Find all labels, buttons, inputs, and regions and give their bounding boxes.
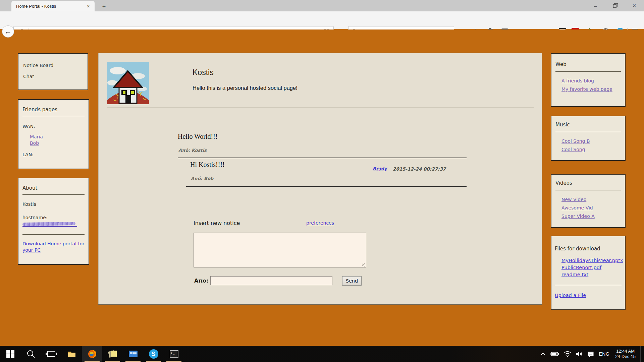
music-link-cool-song[interactable]: Cool Song xyxy=(561,147,585,152)
notice-textarea[interactable] xyxy=(194,233,366,267)
web-panel-title: Web xyxy=(555,61,621,67)
videos-panel-title: Videos xyxy=(555,180,621,186)
preferences-link[interactable]: preferences xyxy=(306,220,334,226)
file-explorer-button[interactable] xyxy=(61,346,82,362)
folder-icon xyxy=(67,350,76,358)
contact-card-app-button[interactable] xyxy=(123,346,143,362)
sidebar-item-chat[interactable]: Chat xyxy=(23,74,83,79)
close-button[interactable]: × xyxy=(625,0,644,11)
reply-title: Hi Kostis!!!! xyxy=(190,161,225,169)
reply-author: Από: Bob xyxy=(191,176,213,181)
browser-tab[interactable]: Home Portal - Kostis × xyxy=(11,1,95,11)
tray-chevron-icon[interactable] xyxy=(538,346,548,362)
sticky-notes-icon xyxy=(109,350,117,358)
browser-navbar: ← 192.168.1.6:800/index.php ↻ ☆ ∨ ↓ xyxy=(0,11,644,29)
video-link-awesome-vid[interactable]: Awesome Vid xyxy=(561,205,593,210)
from-input[interactable] xyxy=(210,276,332,285)
file-link-pptx[interactable]: MyHollidaysThisYear.pptx xyxy=(561,258,623,263)
video-link-super-video-a[interactable]: Super Video A xyxy=(561,214,595,219)
video-link-new-video[interactable]: New Video xyxy=(561,197,586,202)
task-view-button[interactable] xyxy=(41,346,61,362)
page-tagline: Hello this is a personal hosted social p… xyxy=(193,85,298,91)
hostname-redacted-link[interactable] xyxy=(22,222,75,226)
search-icon xyxy=(26,350,35,358)
download-portal-link[interactable]: Download Home portal for your PC xyxy=(22,241,85,253)
notice-nav-panel: Notice Board Chat xyxy=(18,53,88,90)
friend-link-maria[interactable]: Maria xyxy=(30,134,43,139)
divider xyxy=(22,194,85,195)
battery-icon[interactable] xyxy=(548,346,561,362)
upload-file-link[interactable]: Upload a File xyxy=(555,293,586,298)
music-panel-title: Music xyxy=(555,122,621,128)
back-button[interactable]: ← xyxy=(2,25,14,38)
divider xyxy=(555,190,621,190)
task-view-icon xyxy=(47,351,55,357)
post-title: Hello World!!! xyxy=(178,133,218,140)
show-desktop-button[interactable] xyxy=(640,346,642,362)
skype-glyph: S xyxy=(151,351,155,358)
files-download-panel: Files for download MyHollidaysThisYear.p… xyxy=(551,236,626,310)
web-links-panel: Web A friends blog My favorite web page xyxy=(551,53,626,107)
browser-titlebar: Home Portal - Kostis × + – × xyxy=(0,0,644,11)
wifi-icon[interactable] xyxy=(561,346,574,362)
reply-link[interactable]: Reply xyxy=(373,166,387,171)
friend-link-bob[interactable]: Bob xyxy=(30,140,39,146)
web-link-favorite-page[interactable]: My favorite web page xyxy=(561,86,612,92)
skype-taskbar-button[interactable]: S xyxy=(143,346,164,362)
from-field-label: Απο: xyxy=(194,278,208,284)
hostname-label: hostname: xyxy=(22,215,85,220)
restore-button[interactable] xyxy=(605,0,625,11)
insert-notice-label: Insert new notice xyxy=(194,220,240,226)
divider xyxy=(555,285,622,285)
sidebar-item-notice-board[interactable]: Notice Board xyxy=(23,63,83,68)
firefox-taskbar-button[interactable] xyxy=(82,346,102,362)
minimize-button[interactable]: – xyxy=(586,0,605,11)
sticky-notes-button[interactable] xyxy=(102,346,123,362)
clock-time: 12:44 AM xyxy=(616,349,635,354)
divider xyxy=(22,234,85,235)
clock[interactable]: 12:44 AM 24-Dec-15 xyxy=(612,346,639,362)
post-author: Από: Kostis xyxy=(178,148,207,153)
windows-taskbar: S >_ xyxy=(0,346,644,362)
file-link-pdf[interactable]: PublicReport.pdf xyxy=(561,265,601,270)
file-link-readme[interactable]: readme.txt xyxy=(561,272,588,277)
tab-title: Home Portal - Kostis xyxy=(16,4,86,9)
command-prompt-button[interactable]: >_ xyxy=(164,346,184,362)
windows-logo-icon xyxy=(6,350,15,358)
music-links-panel: Music Cool Song B Cool Song xyxy=(551,116,626,161)
post-divider xyxy=(178,158,467,158)
web-link-friends-blog[interactable]: A friends blog xyxy=(561,78,594,83)
volume-icon[interactable] xyxy=(574,346,585,362)
wan-label: WAN: xyxy=(22,124,85,129)
reply-divider xyxy=(186,186,467,187)
divider xyxy=(22,116,85,116)
friends-pages-panel: Friends pages WAN: Maria Bob LAN: xyxy=(18,99,89,169)
textarea-resize-grip[interactable] xyxy=(362,263,365,266)
web-page: Notice Board Chat Friends pages WAN: Mar… xyxy=(0,29,644,346)
start-button[interactable] xyxy=(0,346,20,362)
reply-timestamp: 2015-12-24 00:27:37 xyxy=(393,166,446,172)
send-button[interactable]: Send xyxy=(342,276,362,286)
taskbar-search-button[interactable] xyxy=(20,346,41,362)
system-tray: ENG 12:44 AM 24-Dec-15 xyxy=(538,346,642,362)
language-indicator[interactable]: ENG xyxy=(596,346,612,362)
about-panel-title: About xyxy=(22,185,85,191)
videos-links-panel: Videos New Video Awesome Vid Super Video… xyxy=(551,174,626,228)
page-title: Kostis xyxy=(193,68,214,77)
music-link-cool-song-b[interactable]: Cool Song B xyxy=(561,138,590,144)
restore-icon xyxy=(613,4,616,8)
firefox-icon xyxy=(88,350,97,358)
files-panel-title: Files for download xyxy=(555,246,622,252)
contact-card-icon xyxy=(129,351,138,357)
lan-label: LAN: xyxy=(22,152,85,157)
hostname-underline xyxy=(22,226,77,227)
friends-panel-title: Friends pages xyxy=(22,107,85,113)
action-center-icon[interactable] xyxy=(585,346,596,362)
screen: Home Portal - Kostis × + – × ← 192.168.1… xyxy=(0,0,644,362)
new-tab-button[interactable]: + xyxy=(99,3,109,11)
main-content: Kostis Hello this is a personal hosted s… xyxy=(98,53,542,305)
tab-close-icon[interactable]: × xyxy=(86,3,91,9)
skype-icon: S xyxy=(149,349,158,359)
house-avatar-image xyxy=(107,62,149,104)
clock-date: 24-Dec-15 xyxy=(615,354,636,359)
